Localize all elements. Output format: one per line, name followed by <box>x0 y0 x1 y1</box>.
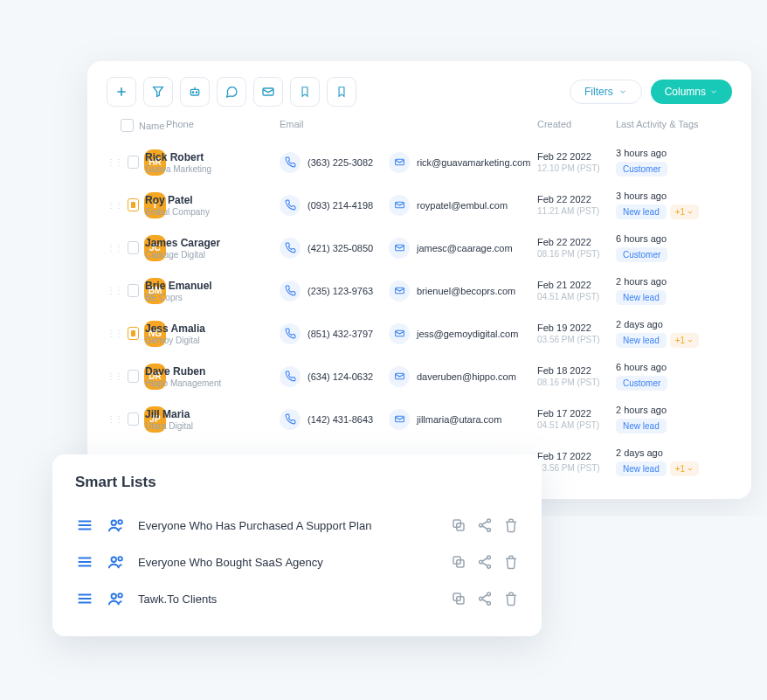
tag[interactable]: Customer <box>616 376 667 391</box>
name-cell: Jess Amalia Gemoy Digital <box>145 322 280 345</box>
created-time: 04.51 AM (PST) <box>537 420 616 430</box>
chat-button[interactable] <box>217 77 246 107</box>
table-header: Name Phone Email Created Last Activity &… <box>107 119 732 132</box>
mail-icon[interactable] <box>389 238 410 259</box>
header-phone: Phone <box>166 119 280 132</box>
contact-company: BE Coprs <box>145 293 212 302</box>
phone-text: (421) 325-0850 <box>307 243 373 253</box>
row-checkbox[interactable] <box>128 156 139 169</box>
table-row[interactable]: ⋮⋮ I Roy Patel Embul Company (093) 214-4… <box>107 184 732 226</box>
smart-list-item[interactable]: Everyone Who Has Purchased A Support Pla… <box>75 507 519 516</box>
tag[interactable]: Customer <box>616 247 667 262</box>
email-text: rick@guavamarketing.com <box>417 157 530 168</box>
drag-handle-icon[interactable]: ⋮⋮ <box>107 414 122 424</box>
tag-more[interactable]: +1 <box>670 461 699 476</box>
mail-icon[interactable] <box>389 323 410 344</box>
phone-icon[interactable] <box>280 366 301 387</box>
created-date: Feb 22 2022 <box>537 237 616 247</box>
drag-handle-icon[interactable]: ⋮⋮ <box>107 200 122 210</box>
tag[interactable]: New lead <box>616 419 667 433</box>
toolbar-right: Filters Columns <box>570 80 732 104</box>
table-row[interactable]: ⋮⋮ NG Jess Amalia Gemoy Digital (851) 43… <box>107 312 732 355</box>
contact-company: Embul Company <box>145 207 210 217</box>
tag[interactable]: New lead <box>616 290 667 305</box>
menu-icon[interactable] <box>75 516 94 516</box>
chevron-down-icon <box>618 87 627 96</box>
contact-name: James Carager <box>145 237 220 249</box>
contact-company: Hippo Management <box>145 378 221 388</box>
funnel-icon <box>151 85 165 99</box>
email-cell: jess@gemoydigital.com <box>389 323 537 344</box>
tag-button-1[interactable] <box>290 77 320 107</box>
phone-text: (851) 432-3797 <box>307 329 373 339</box>
table-row[interactable]: ⋮⋮ JP Jill Maria Utara Digital (142) 431… <box>107 398 732 440</box>
phone-icon[interactable] <box>280 281 301 301</box>
svg-point-1 <box>192 92 193 93</box>
filter-button[interactable] <box>143 77 173 107</box>
created-date: Feb 22 2022 <box>537 194 616 204</box>
row-checkbox[interactable] <box>128 198 139 211</box>
tag-more[interactable]: +1 <box>670 204 699 219</box>
row-checkbox[interactable] <box>128 327 139 340</box>
row-checkbox[interactable] <box>128 370 139 383</box>
drag-handle-icon[interactable]: ⋮⋮ <box>107 243 122 253</box>
email-cell: jillmaria@utara.com <box>389 409 537 430</box>
created-date: Feb 21 2022 <box>537 280 616 290</box>
drag-handle-icon[interactable]: ⋮⋮ <box>107 329 122 338</box>
contact-company: Gemoy Digital <box>145 336 205 345</box>
phone-icon[interactable] <box>280 238 301 259</box>
contact-name: Roy Patel <box>145 194 210 206</box>
tag[interactable]: New lead <box>616 333 667 348</box>
drag-handle-icon[interactable]: ⋮⋮ <box>107 371 122 381</box>
phone-icon[interactable] <box>280 409 301 430</box>
chat-icon <box>225 85 238 99</box>
row-checkbox[interactable] <box>128 284 139 297</box>
filters-dropdown[interactable]: Filters <box>570 80 642 104</box>
chevron-down-icon <box>709 87 718 96</box>
bot-button[interactable] <box>180 77 210 107</box>
table-row[interactable]: ⋮⋮ BM Brie Emanuel BE Coprs (235) 123-97… <box>107 269 732 312</box>
row-checkbox[interactable] <box>128 241 139 254</box>
created-cell: Feb 21 2022 04.51 AM (PST) <box>537 280 616 301</box>
svg-point-2 <box>196 92 197 93</box>
add-button[interactable] <box>107 77 136 107</box>
table-row[interactable]: ⋮⋮ HR Rick Robert Guava Marketing (363) … <box>107 141 732 184</box>
mail-button[interactable] <box>253 77 283 107</box>
columns-dropdown[interactable]: Columns <box>651 80 732 104</box>
email-cell: roypatel@embul.com <box>389 195 537 216</box>
phone-icon[interactable] <box>280 195 301 216</box>
mail-icon[interactable] <box>389 409 410 430</box>
created-cell: Feb 19 2022 03.56 PM (PST) <box>537 322 616 344</box>
tag[interactable]: New lead <box>616 461 667 476</box>
phone-icon[interactable] <box>280 152 301 173</box>
select-all-checkbox[interactable] <box>121 119 134 132</box>
created-time: 08.16 PM (PST) <box>537 378 616 387</box>
created-date: Feb 19 2022 <box>537 322 616 333</box>
activity-cell: 2 days ago New lead +1 <box>616 319 729 348</box>
phone-icon[interactable] <box>280 323 301 344</box>
email-cell: daveruben@hippo.com <box>389 366 537 387</box>
created-date: Feb 22 2022 <box>537 151 616 162</box>
tag-button-2[interactable] <box>327 77 356 107</box>
tag-more[interactable]: +1 <box>670 333 699 348</box>
row-checkbox[interactable] <box>128 412 139 426</box>
email-text: daveruben@hippo.com <box>417 371 516 382</box>
tag[interactable]: Customer <box>616 162 667 177</box>
name-cell: Jill Maria Utara Digital <box>145 408 280 431</box>
table-row[interactable]: ⋮⋮ JC James Carager Caarage Digital (421… <box>107 226 732 269</box>
drag-handle-icon[interactable]: ⋮⋮ <box>107 157 122 167</box>
created-cell: Feb 22 2022 12.10 PM (PST) <box>537 151 616 173</box>
created-time: 08.16 PM (PST) <box>537 249 616 259</box>
created-time: 12.10 PM (PST) <box>537 163 616 173</box>
mail-icon[interactable] <box>389 366 410 387</box>
email-text: brienuel@becoprs.com <box>417 286 515 296</box>
mail-icon[interactable] <box>389 195 410 216</box>
tag[interactable]: New lead <box>616 204 667 219</box>
table-row[interactable]: ⋮⋮ DR Dave Ruben Hippo Management (634) … <box>107 355 732 398</box>
mail-icon[interactable] <box>389 152 410 173</box>
drag-handle-icon[interactable]: ⋮⋮ <box>107 286 122 295</box>
mail-icon[interactable] <box>389 281 410 301</box>
phone-text: (142) 431-8643 <box>307 414 373 425</box>
activity-text: 2 days ago <box>616 319 729 329</box>
contact-company: Caarage Digital <box>145 250 220 260</box>
